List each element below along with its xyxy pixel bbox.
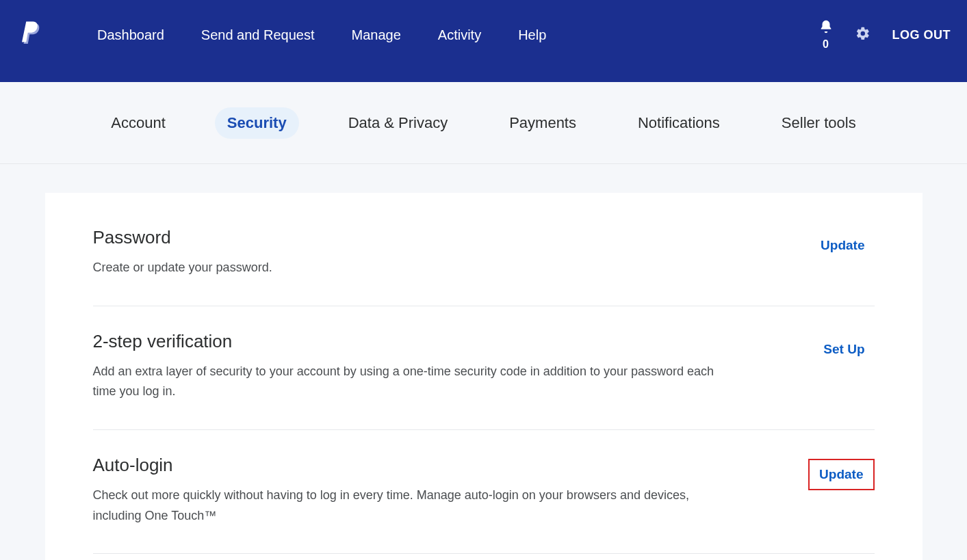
notification-count: 0: [823, 38, 829, 51]
top-navbar: Dashboard Send and Request Manage Activi…: [0, 0, 967, 82]
security-settings-card: Password Create or update your password.…: [45, 193, 923, 560]
settings-button[interactable]: [855, 26, 871, 44]
subnav-security[interactable]: Security: [215, 107, 299, 139]
nav-send-request[interactable]: Send and Request: [201, 27, 315, 43]
subnav-payments[interactable]: Payments: [497, 107, 589, 139]
nav-activity[interactable]: Activity: [438, 27, 481, 43]
gear-icon: [855, 31, 871, 43]
nav-help[interactable]: Help: [518, 27, 546, 43]
row-desc: Add an extra layer of security to your a…: [93, 362, 736, 402]
auto-login-update-link[interactable]: Update: [808, 459, 874, 490]
notifications-button[interactable]: 0: [818, 19, 834, 51]
row-password: Password Create or update your password.…: [93, 227, 875, 306]
primary-nav: Dashboard Send and Request Manage Activi…: [97, 27, 546, 43]
subnav-seller-tools[interactable]: Seller tools: [769, 107, 868, 139]
logout-button[interactable]: LOG OUT: [892, 28, 951, 42]
row-title: Password: [93, 227, 272, 248]
subnav-account[interactable]: Account: [99, 107, 178, 139]
row-2step: 2-step verification Add an extra layer o…: [93, 306, 875, 430]
row-title: 2-step verification: [93, 331, 736, 352]
paypal-logo-icon[interactable]: [22, 21, 42, 49]
bell-icon: [818, 19, 834, 37]
row-auto-login: Auto-login Check out more quickly withou…: [93, 430, 875, 554]
nav-dashboard[interactable]: Dashboard: [97, 27, 164, 43]
row-security-questions: Security questions: [93, 554, 875, 560]
row-title: Auto-login: [93, 455, 736, 476]
row-desc: Create or update your password.: [93, 258, 272, 278]
subnav-notifications[interactable]: Notifications: [626, 107, 732, 139]
row-desc: Check out more quickly without having to…: [93, 485, 736, 526]
subnav-data-privacy[interactable]: Data & Privacy: [336, 107, 461, 139]
password-update-link[interactable]: Update: [811, 231, 874, 260]
nav-manage[interactable]: Manage: [352, 27, 401, 43]
2step-setup-link[interactable]: Set Up: [814, 335, 874, 364]
settings-subnav: Account Security Data & Privacy Payments…: [0, 82, 967, 164]
